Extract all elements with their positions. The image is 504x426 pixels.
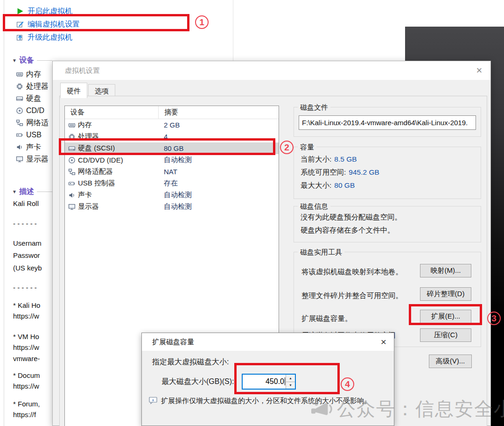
description-line: https://f	[13, 409, 52, 420]
display-icon	[16, 156, 23, 163]
description-line: https://w	[13, 342, 52, 353]
sidebar-item-label: 网络适	[26, 118, 49, 128]
annotation-box-step2	[59, 138, 275, 155]
max-size-row: 最大大小:80 GB	[301, 181, 355, 191]
column-header-summary: 摘要	[158, 106, 279, 119]
description-line: - - - - - -	[13, 218, 52, 229]
description-line: * Forum,	[13, 398, 52, 409]
step-marker-4: 4	[341, 377, 354, 391]
expand-tool-text: 扩展磁盘容量。	[301, 314, 352, 324]
table-row-display[interactable]: 显示器 自动检测	[65, 201, 279, 213]
annotation-box-step1	[3, 14, 189, 31]
compact-button[interactable]: 压缩(C)	[420, 328, 471, 342]
disk-info-line: 硬盘内容存储在多个文件中。	[301, 226, 395, 235]
summary-cell: 自动检测	[158, 156, 279, 164]
sidebar-item-label: 处理器	[26, 82, 49, 92]
sidebar-item-label: USB	[26, 131, 42, 139]
expand-dialog-titlebar: 扩展磁盘容量 ×	[142, 333, 394, 351]
defrag-tool-text: 整理文件碎片并整合可用空间。	[301, 291, 403, 301]
table-row-memory[interactable]: 内存 2 GB	[65, 119, 279, 131]
upgrade-icon	[16, 33, 24, 42]
defragment-button[interactable]: 碎片整理(D)	[420, 287, 471, 301]
device-cell: 网络适配器	[78, 167, 113, 176]
summary-cell: 存在	[158, 179, 279, 188]
sidebar-item-label: 硬盘	[26, 94, 41, 104]
tab-hardware[interactable]: 硬件	[60, 83, 87, 98]
expand-note-text: 扩展操作仅增大虚拟磁盘的大小，分区和文件系统的大小不受影响。	[161, 396, 371, 405]
description-line: - - - - - -	[13, 282, 52, 293]
description-line: * Docum	[13, 370, 52, 381]
sidebar-item-cd[interactable]: CD/D	[0, 105, 52, 117]
sound-icon	[16, 143, 23, 151]
sidebar-item-display[interactable]: 显示器	[0, 153, 52, 165]
advanced-button[interactable]: 高级(V)...	[429, 355, 472, 368]
devices-section-header[interactable]: ▼ 设备	[0, 55, 52, 65]
disk-file-path-field[interactable]: F:\Kali-Linux-2019.4-vmware-amd64\Kali-L…	[299, 115, 476, 130]
header-rule	[37, 60, 52, 61]
max-disk-size-label: 最大磁盘大小(GB)(S):	[161, 377, 234, 387]
cpu-icon	[16, 83, 23, 90]
disk-file-group: 磁盘文件 F:\Kali-Linux-2019.4-vmware-amd64\K…	[294, 107, 481, 137]
sidebar-item-memory[interactable]: 内存	[0, 68, 52, 80]
memory-icon	[16, 71, 23, 78]
table-row-sound[interactable]: 声卡 自动检测	[65, 189, 279, 201]
description-line: https://w	[13, 311, 52, 321]
capacity-group: 容量 当前大小:8.5 GB 系统可用空间:945.2 GB 最大大小:80 G…	[294, 147, 481, 199]
step-marker-2: 2	[280, 141, 294, 154]
memory-icon	[68, 121, 76, 129]
sidebar-item-label: 显示器	[26, 155, 49, 164]
sidebar-item-sound[interactable]: 声卡	[0, 141, 52, 153]
description-section-header[interactable]: ▼ 描述	[0, 186, 52, 197]
header-rule	[37, 192, 52, 192]
table-row-usb[interactable]: USB 控制器 存在	[65, 178, 279, 189]
sidebar-item-label: CD/D	[26, 106, 44, 115]
free-space-row: 系统可用空间:945.2 GB	[301, 168, 379, 178]
disk-info-group: 磁盘信息 没有为此硬盘预分配磁盘空间。 硬盘内容存储在多个文件中。	[294, 206, 481, 242]
group-label: 磁盘文件	[298, 103, 330, 112]
device-cell: 显示器	[78, 202, 99, 211]
device-cell: 声卡	[78, 191, 92, 199]
table-row-network[interactable]: 网络适配器 NAT	[65, 166, 279, 178]
summary-cell: 自动检测	[158, 202, 279, 211]
tab-panel-divider	[233, 0, 233, 61]
max-size-prompt: 指定最大虚拟磁盘大小:	[152, 357, 229, 367]
network-icon	[16, 119, 23, 127]
cd-icon	[16, 107, 23, 114]
annotation-box-step4	[234, 363, 340, 394]
sidebar-item-usb[interactable]: USB	[0, 129, 52, 141]
close-icon[interactable]: ×	[473, 64, 486, 77]
description-header-label: 描述	[19, 187, 34, 197]
map-button[interactable]: 映射(M)...	[420, 264, 471, 277]
collapse-triangle-icon: ▼	[12, 58, 17, 63]
network-icon	[68, 168, 76, 176]
sidebar-item-disk[interactable]: 硬盘	[0, 92, 52, 105]
disk-info-line: 没有为此硬盘预分配磁盘空间。	[301, 213, 402, 222]
expand-note: 扩展操作仅增大虚拟磁盘的大小，分区和文件系统的大小不受影响。	[149, 396, 392, 405]
device-cell: 内存	[78, 121, 92, 129]
map-tool-text: 将该虚拟机磁盘映射到本地卷。	[301, 267, 403, 277]
step-marker-1: 1	[195, 15, 209, 29]
table-row-cd[interactable]: CD/DVD (IDE) 自动检测	[65, 154, 279, 166]
upgrade-vm-link[interactable]: 升级此虚拟机	[16, 31, 80, 44]
sidebar-item-cpu[interactable]: 处理器	[0, 80, 52, 92]
sound-icon	[68, 192, 76, 199]
vm-sidebar: ▼ 设备 内存 处理器 硬盘 CD/D 网络适 USB 声	[0, 55, 52, 426]
sidebar-item-label: 声卡	[26, 142, 41, 152]
description-line: (US keyb	[13, 263, 52, 273]
step-marker-3: 3	[487, 312, 501, 325]
annotation-box-step3	[409, 304, 482, 325]
usb-icon	[16, 131, 23, 139]
group-label: 磁盘实用工具	[298, 248, 344, 257]
summary-cell: 2 GB	[158, 121, 279, 129]
collapse-triangle-icon: ▼	[12, 189, 17, 194]
sidebar-item-network[interactable]: 网络适	[0, 117, 52, 129]
device-table-header: 设备 摘要	[65, 106, 279, 119]
group-label: 磁盘信息	[298, 202, 330, 211]
dialog-titlebar: 虚拟机设置 ×	[53, 61, 490, 80]
close-icon[interactable]: ×	[377, 335, 390, 348]
dialog-title: 虚拟机设置	[65, 61, 100, 80]
expand-dialog-title: 扩展磁盘容量	[152, 333, 194, 351]
description-line: vmware-	[13, 353, 52, 364]
disk-icon	[16, 95, 23, 102]
current-size-row: 当前大小:8.5 GB	[301, 155, 357, 164]
